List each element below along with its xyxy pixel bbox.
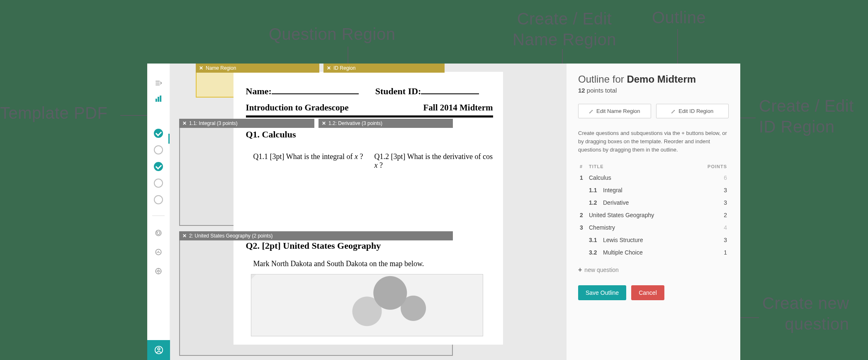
row-title: Multiple Choice xyxy=(603,249,702,256)
course-title: Introduction to Gradescope xyxy=(246,103,349,113)
close-icon[interactable]: ✕ xyxy=(199,65,203,71)
question-region-tab[interactable]: ✕ 2: United States Geography (2 points) xyxy=(179,231,453,240)
q1-2-text: Q1.2 [3pt] What is the derivative of cos… xyxy=(370,152,493,170)
q2-heading: Q2. [2pt] United States Geography xyxy=(246,240,493,251)
callout-name-region: Create / Edit Name Region xyxy=(513,8,616,50)
row-title: Chemistry xyxy=(589,224,702,231)
row-points: 3 xyxy=(702,187,727,193)
row-title: United States Geography xyxy=(589,212,702,218)
name-region-tab[interactable]: ✕ Name Region xyxy=(196,64,319,73)
row-number: 1.1 xyxy=(589,187,603,193)
svg-point-12 xyxy=(158,270,160,272)
row-title: Integral xyxy=(603,187,702,193)
row-title: Derivative xyxy=(603,199,702,206)
region-tab-label: 1.1: Integral (3 points) xyxy=(189,120,238,126)
q1-1-text: Q1.1 [3pt] What is the integral of x ? xyxy=(246,152,370,170)
template-pdf-area[interactable]: ✕ Name Region ✕ ID Region ✕ 1.1: Integra… xyxy=(170,64,566,360)
region-tab-label: Name Region xyxy=(206,65,236,71)
question-region-tab[interactable]: ✕ 1.2: Derivative (3 points) xyxy=(319,119,453,128)
step-1[interactable] xyxy=(154,129,163,138)
stats-icon[interactable] xyxy=(154,95,163,103)
outline-columns-header: # TITLE POINTS xyxy=(578,164,729,169)
name-label: Name: xyxy=(246,86,272,96)
gear-icon[interactable] xyxy=(154,267,163,275)
outline-rows: 1Calculus61.1Integral31.2Derivative32Uni… xyxy=(578,171,729,259)
row-number: 2 xyxy=(580,212,589,218)
callout-new-question: Create new question xyxy=(762,293,849,334)
row-points: 4 xyxy=(702,224,727,231)
save-outline-button[interactable]: Save Outline xyxy=(578,285,626,300)
plus-icon: + xyxy=(578,266,582,274)
outline-row[interactable]: 1.2Derivative3 xyxy=(578,196,729,209)
row-points: 2 xyxy=(702,212,727,218)
row-title: Calculus xyxy=(589,174,702,181)
svg-rect-5 xyxy=(160,96,161,102)
button-label: Edit ID Region xyxy=(678,108,713,114)
row-number: 3.2 xyxy=(589,249,603,256)
step-5[interactable] xyxy=(154,195,163,204)
refresh-icon[interactable] xyxy=(154,229,163,237)
region-tab-label: ID Region xyxy=(333,65,355,71)
menu-toggle-icon[interactable] xyxy=(154,79,163,87)
row-points: 1 xyxy=(702,249,727,256)
id-label: Student ID: xyxy=(375,86,421,96)
svg-rect-3 xyxy=(156,99,157,102)
outline-help-text: Create questions and subquestions via th… xyxy=(578,129,729,154)
edit-name-region-button[interactable]: Edit Name Region xyxy=(578,104,651,118)
new-question-label: new question xyxy=(584,267,619,273)
term-title: Fall 2014 Midterm xyxy=(423,103,493,113)
step-3[interactable] xyxy=(154,162,163,171)
sidebar-divider xyxy=(152,216,165,216)
callout-question-region: Question Region xyxy=(269,25,395,44)
outline-title: Outline for Demo Midterm xyxy=(578,73,729,85)
outline-row[interactable]: 3.2Multiple Choice1 xyxy=(578,246,729,259)
pdf-page: Name: Student ID: Introduction to Grades… xyxy=(233,72,503,345)
close-icon[interactable]: ✕ xyxy=(182,120,187,126)
row-points: 6 xyxy=(702,174,727,181)
row-number: 1 xyxy=(580,174,589,181)
id-region-tab[interactable]: ✕ ID Region xyxy=(323,64,445,73)
step-2[interactable] xyxy=(154,145,163,154)
region-tab-label: 1.2: Derivative (3 points) xyxy=(328,120,382,126)
row-number: 3.1 xyxy=(589,237,603,243)
cancel-button[interactable]: Cancel xyxy=(631,285,664,300)
outline-row[interactable]: 2United States Geography2 xyxy=(578,209,729,221)
user-icon[interactable] xyxy=(147,340,170,360)
outline-row[interactable]: 3.1Lewis Structure3 xyxy=(578,234,729,246)
points-total: 12 points total xyxy=(578,87,729,94)
new-question-button[interactable]: + new question xyxy=(578,266,729,274)
q1-heading: Q1. Calculus xyxy=(246,129,493,140)
close-icon[interactable]: ✕ xyxy=(182,233,187,239)
outline-row[interactable]: 3Chemistry4 xyxy=(578,221,729,234)
pdf-divider xyxy=(246,115,493,118)
active-step-indicator xyxy=(168,134,170,144)
pencil-icon xyxy=(589,109,594,114)
outline-panel: Outline for Demo Midterm 12 points total… xyxy=(566,64,740,360)
edit-id-region-button[interactable]: Edit ID Region xyxy=(656,104,729,118)
sidebar xyxy=(147,64,170,360)
svg-rect-4 xyxy=(158,97,159,102)
row-number: 3 xyxy=(580,224,589,231)
pencil-icon xyxy=(671,109,676,114)
close-icon[interactable]: ✕ xyxy=(327,65,331,71)
svg-point-6 xyxy=(156,230,161,236)
svg-point-18 xyxy=(158,348,160,350)
callout-id-region: Create / Edit ID Region xyxy=(759,96,854,137)
app-window: ✕ Name Region ✕ ID Region ✕ 1.1: Integra… xyxy=(147,64,740,360)
step-4[interactable] xyxy=(154,179,163,188)
row-title: Lewis Structure xyxy=(603,237,702,243)
question-region-tab[interactable]: ✕ 1.1: Integral (3 points) xyxy=(179,119,314,128)
callout-outline: Outline xyxy=(652,8,706,27)
region-tab-label: 2: United States Geography (2 points) xyxy=(189,233,272,239)
outline-row[interactable]: 1Calculus6 xyxy=(578,171,729,184)
callout-template-pdf: Template PDF xyxy=(0,104,107,122)
row-number: 1.2 xyxy=(589,199,603,206)
button-label: Edit Name Region xyxy=(596,108,640,114)
chart-circle-icon[interactable] xyxy=(154,248,163,256)
row-points: 3 xyxy=(702,237,727,243)
close-icon[interactable]: ✕ xyxy=(322,120,326,126)
q2-text: Mark North Dakota and South Dakota on th… xyxy=(246,260,493,268)
row-points: 3 xyxy=(702,199,727,206)
outline-row[interactable]: 1.1Integral3 xyxy=(578,184,729,196)
map-image xyxy=(251,274,483,336)
